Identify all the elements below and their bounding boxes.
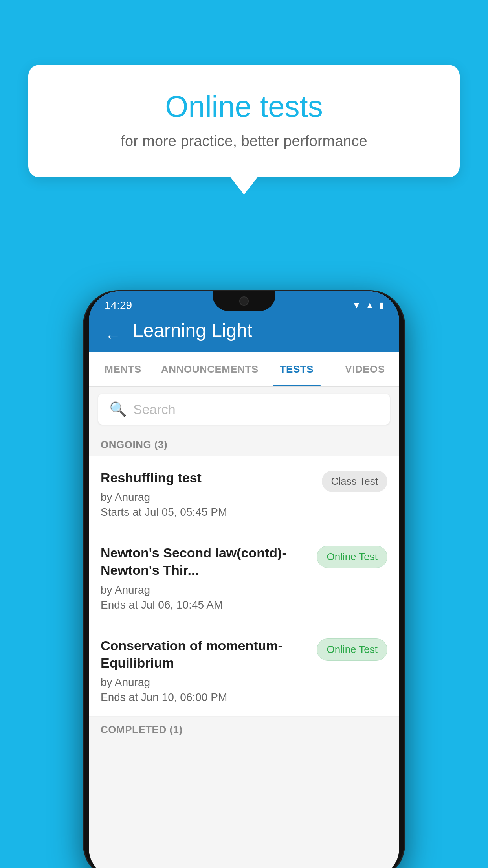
status-bar: 14:29 ▼ ▲ ▮ [89, 291, 399, 320]
test-item-2[interactable]: Newton's Second law(contd)-Newton's Thir… [89, 531, 399, 624]
tab-ments[interactable]: MENTS [89, 352, 157, 386]
promo-subtitle: for more practice, better performance [56, 133, 432, 150]
status-icons: ▼ ▲ ▮ [352, 300, 383, 311]
test-badge-3: Online Test [317, 638, 387, 661]
camera-dot [239, 296, 249, 306]
test-info-2: Newton's Second law(contd)-Newton's Thir… [101, 544, 309, 611]
ongoing-section-header: ONGOING (3) [89, 432, 399, 456]
test-by-1: by Anurag [101, 491, 314, 504]
test-by-2: by Anurag [101, 584, 309, 596]
back-button[interactable]: ← [105, 328, 121, 344]
test-name-3: Conservation of momentum-Equilibrium [101, 637, 309, 671]
test-by-3: by Anurag [101, 676, 309, 689]
phone-screen: 14:29 ▼ ▲ ▮ ← Learning Light MENTS ANNOU… [89, 291, 399, 868]
test-info-1: Reshuffling test by Anurag Starts at Jul… [101, 469, 314, 519]
test-date-1: Starts at Jul 05, 05:45 PM [101, 506, 314, 519]
completed-section-header: COMPLETED (1) [89, 717, 399, 741]
tab-announcements[interactable]: ANNOUNCEMENTS [157, 352, 262, 386]
test-date-2: Ends at Jul 06, 10:45 AM [101, 599, 309, 611]
test-info-3: Conservation of momentum-Equilibrium by … [101, 637, 309, 704]
tab-tests[interactable]: TESTS [262, 352, 331, 386]
test-name-2: Newton's Second law(contd)-Newton's Thir… [101, 544, 309, 579]
test-item-1[interactable]: Reshuffling test by Anurag Starts at Jul… [89, 456, 399, 531]
tab-videos[interactable]: VIDEOS [331, 352, 399, 386]
test-item-3[interactable]: Conservation of momentum-Equilibrium by … [89, 624, 399, 717]
signal-icon: ▲ [365, 300, 374, 311]
test-name-1: Reshuffling test [101, 469, 314, 486]
test-badge-1: Class Test [322, 471, 387, 492]
tab-bar: MENTS ANNOUNCEMENTS TESTS VIDEOS [89, 352, 399, 387]
phone-frame: 14:29 ▼ ▲ ▮ ← Learning Light MENTS ANNOU… [83, 290, 405, 868]
search-bar[interactable]: 🔍 Search [98, 394, 390, 425]
test-date-3: Ends at Jun 10, 06:00 PM [101, 691, 309, 704]
test-badge-2: Online Test [317, 546, 387, 568]
search-placeholder: Search [133, 402, 176, 417]
phone-notch [213, 291, 275, 311]
app-title: Learning Light [133, 320, 252, 352]
wifi-icon: ▼ [352, 300, 361, 311]
test-list: Reshuffling test by Anurag Starts at Jul… [89, 456, 399, 717]
status-time: 14:29 [105, 299, 132, 312]
promo-title: Online tests [56, 88, 432, 124]
search-icon: 🔍 [109, 401, 127, 417]
promo-card: Online tests for more practice, better p… [28, 65, 460, 177]
battery-icon: ▮ [379, 300, 383, 311]
